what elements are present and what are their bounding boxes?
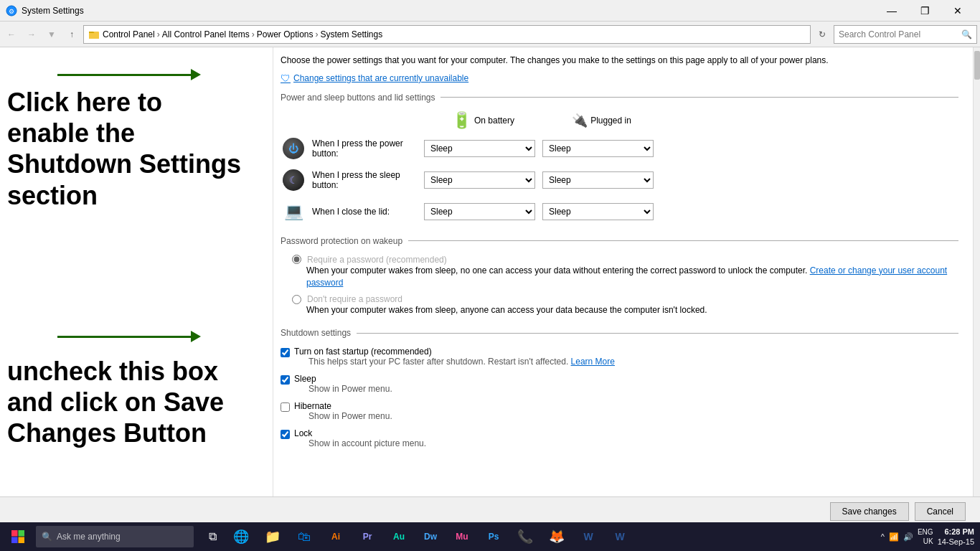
lock-desc: Show in account picture menu.: [308, 438, 426, 448]
sleep-button-label: When I press the sleep button:: [312, 170, 424, 190]
lid-label: When I close the lid:: [312, 207, 424, 217]
lid-row: 💻 When I close the lid: Sleep Do nothing…: [281, 199, 958, 225]
firefox-icon[interactable]: 🦊: [541, 522, 573, 551]
sleep-plugged-dropdown[interactable]: Sleep Do nothing Hibernate Shut down: [542, 171, 654, 189]
forward-button[interactable]: →: [23, 26, 40, 43]
create-password-link[interactable]: Create or change your user account passw…: [306, 265, 947, 288]
no-password-option: Don't require a password When your compu…: [281, 294, 958, 316]
volume-icon[interactable]: 🔊: [903, 532, 913, 542]
sleep-button-row: ☾ When I press the sleep button: Sleep D…: [281, 167, 958, 193]
path-current: System Settings: [320, 29, 382, 39]
annotation-text-1: Click here to enable the Shutdown Settin…: [7, 87, 251, 211]
power-plugged-dropdown[interactable]: Sleep Do nothing Hibernate Shut down: [542, 140, 654, 157]
address-path: Control Panel › All Control Panel Items …: [83, 25, 811, 44]
start-button[interactable]: [0, 522, 36, 551]
dreamweaver-icon[interactable]: Dw: [415, 522, 446, 551]
require-password-option: Require a password (recommended) When yo…: [281, 255, 958, 289]
lock-row: Lock Show in account picture menu.: [281, 428, 958, 453]
change-settings-link[interactable]: 🛡 Change settings that are currently una…: [281, 72, 958, 84]
fast-startup-desc: This helps start your PC faster after sh…: [308, 357, 615, 367]
main-layout: Click here to enable the Shutdown Settin…: [0, 47, 980, 496]
title-bar-left: ⚙ System Settings: [6, 5, 84, 17]
require-password-radio[interactable]: [292, 255, 301, 264]
title-bar: ⚙ System Settings — ❐ ✕: [0, 0, 980, 22]
shield-icon: 🛡: [281, 72, 291, 84]
muse-icon[interactable]: Mu: [446, 522, 478, 551]
fast-startup-row: Turn on fast startup (recommended) This …: [281, 347, 958, 371]
learn-more-link[interactable]: Learn More: [571, 357, 615, 367]
svg-text:⚙: ⚙: [9, 8, 14, 15]
tray-time: ENG UK: [918, 527, 933, 546]
password-title: Password protection on wakeup: [281, 236, 402, 246]
recent-button[interactable]: ▼: [43, 26, 60, 43]
battery-icon: 🔋: [452, 111, 471, 130]
address-bar: ← → ▼ ↑ Control Panel › All Control Pane…: [0, 22, 980, 47]
search-button[interactable]: 🔍: [961, 29, 972, 39]
path-control-panel[interactable]: Control Panel: [103, 29, 155, 39]
minimize-button[interactable]: —: [875, 0, 908, 22]
settings-table: 🔋 On battery 🔌 Plugged in ⏻ When I press…: [281, 111, 958, 225]
settings-table-header: 🔋 On battery 🔌 Plugged in: [424, 111, 958, 130]
power-sleep-title: Power and sleep buttons and lid settings: [281, 93, 435, 103]
folder-icon: [88, 29, 100, 40]
sleep-battery-dropdown[interactable]: Sleep Do nothing Hibernate Shut down: [424, 171, 535, 189]
plugged-header: 🔌 Plugged in: [542, 111, 661, 130]
hibernate-desc: Show in Power menu.: [308, 411, 392, 421]
illustrator-icon[interactable]: Ai: [320, 522, 352, 551]
maximize-button[interactable]: ❐: [908, 0, 941, 22]
shutdown-title: Shutdown settings: [281, 328, 351, 338]
power-battery-dropdown[interactable]: Sleep Do nothing Hibernate Shut down: [424, 140, 535, 157]
hibernate-row: Hibernate Show in Power menu.: [281, 401, 958, 425]
word-icon[interactable]: W: [573, 522, 604, 551]
tray-expand-icon[interactable]: ^: [881, 532, 885, 541]
sleep-checkbox[interactable]: [281, 375, 290, 385]
fast-startup-checkbox[interactable]: [281, 348, 290, 357]
scrollbar[interactable]: [973, 47, 980, 496]
power-button-row: ⏻ When I press the power button: Sleep D…: [281, 136, 958, 161]
premiere-icon[interactable]: Pr: [352, 522, 383, 551]
lock-checkbox[interactable]: [281, 430, 290, 439]
svg-rect-3: [11, 530, 18, 537]
explorer-icon[interactable]: 📁: [257, 522, 288, 551]
sleep-shutdown-label: Sleep: [294, 374, 316, 384]
intro-text: Choose the power settings that you want …: [281, 55, 958, 67]
taskbar-search[interactable]: 🔍 Ask me anything: [36, 526, 194, 547]
store-icon[interactable]: 🛍: [288, 522, 320, 551]
word2-icon[interactable]: W: [604, 522, 636, 551]
no-password-radio[interactable]: [292, 295, 301, 304]
windows-logo: [11, 529, 25, 544]
skype-icon[interactable]: 📞: [509, 522, 541, 551]
edge-icon[interactable]: 🌐: [225, 522, 257, 551]
photoshop-icon[interactable]: Ps: [478, 522, 509, 551]
search-mic-icon: 🔍: [42, 532, 52, 542]
hibernate-checkbox[interactable]: [281, 402, 290, 412]
content-panel: Choose the power settings that you want …: [273, 47, 973, 496]
path-power-options[interactable]: Power Options: [257, 29, 314, 39]
back-button[interactable]: ←: [3, 26, 20, 43]
lock-label: Lock: [294, 428, 312, 438]
cancel-button[interactable]: Cancel: [915, 502, 966, 521]
refresh-button[interactable]: ↻: [814, 26, 831, 43]
save-changes-button[interactable]: Save changes: [830, 502, 909, 521]
search-box: 🔍: [834, 25, 977, 44]
arrow-2: [57, 331, 201, 342]
audition-icon[interactable]: Au: [383, 522, 415, 551]
shutdown-section-header: Shutdown settings: [281, 328, 958, 338]
lid-icon: 💻: [281, 199, 306, 225]
scrollbar-thumb[interactable]: [974, 51, 980, 80]
sleep-button-icon: ☾: [281, 167, 306, 193]
annotation-text-2: uncheck this box and click on Save Chang…: [7, 356, 251, 449]
sleep-row: Sleep Show in Power menu.: [281, 374, 958, 398]
up-button[interactable]: ↑: [63, 26, 80, 43]
hibernate-label: Hibernate: [294, 401, 331, 411]
search-input[interactable]: [839, 29, 961, 39]
close-button[interactable]: ✕: [941, 0, 974, 22]
task-view-button[interactable]: ⧉: [199, 522, 225, 551]
arrow-1: [57, 69, 201, 80]
lid-plugged-dropdown[interactable]: Sleep Do nothing Hibernate Shut down: [542, 203, 654, 220]
path-all-items[interactable]: All Control Panel Items: [162, 29, 250, 39]
svg-rect-5: [11, 537, 18, 544]
tray-clock: 6:28 PM 14-Sep-15: [938, 527, 974, 547]
lid-battery-dropdown[interactable]: Sleep Do nothing Hibernate Shut down: [424, 203, 535, 220]
power-button-icon: ⏻: [281, 136, 306, 161]
